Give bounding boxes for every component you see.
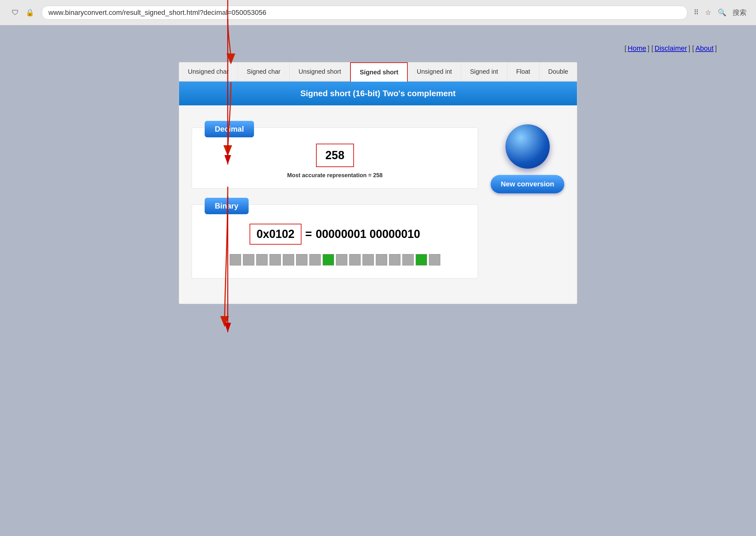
disclaimer-link[interactable]: Disclaimer: [654, 44, 687, 52]
hex-value-box: 0x0102: [249, 224, 302, 245]
tab-unsigned-char[interactable]: Unsigned char: [179, 62, 238, 81]
tab-unsigned-int[interactable]: Unsigned int: [408, 62, 461, 81]
bit-grid: [230, 254, 440, 265]
nav-sep-1: ] [: [647, 44, 653, 52]
right-content: New conversion: [491, 118, 564, 193]
left-content: Decimal 258 Most accurate representation…: [192, 118, 478, 291]
binary-value-display: 0x0102 = 00000001 00000010: [249, 224, 420, 245]
bit-cell-14: [416, 254, 427, 265]
star-icon: ☆: [705, 9, 711, 17]
decimal-value-box: 258: [316, 144, 354, 167]
tab-signed-int[interactable]: Signed int: [461, 62, 508, 81]
binary-content: 0x0102 = 00000001 00000010: [192, 205, 477, 278]
equals-sign: =: [305, 227, 312, 241]
page-wrapper: [ Home ] [ Disclaimer ] [ About ] Unsign…: [0, 25, 756, 323]
home-link[interactable]: Home: [628, 44, 646, 52]
bit-cell-6: [309, 254, 321, 265]
search-icon: 🔍: [718, 9, 726, 17]
banner-title: Signed short (16-bit) Two's complement: [300, 88, 455, 98]
accuracy-text: Most accurate representation = 258: [287, 172, 383, 179]
browser-chrome: 🛡 🔒 www.binaryconvert.com/result_signed_…: [0, 0, 756, 25]
lock-icon: 🔒: [24, 7, 35, 18]
decimal-section: Decimal 258 Most accurate representation…: [192, 127, 478, 188]
bit-cell-7: [323, 254, 334, 265]
decimal-label-btn: Decimal: [205, 121, 254, 137]
tab-float[interactable]: Float: [508, 62, 539, 81]
tab-signed-short[interactable]: Signed short: [350, 62, 408, 82]
address-bar[interactable]: www.binaryconvert.com/result_signed_shor…: [42, 6, 687, 19]
tab-double[interactable]: Double: [539, 62, 577, 81]
binary-label-btn: Binary: [205, 198, 248, 214]
nav-bracket-1: [: [624, 44, 626, 52]
search-label: 搜索: [733, 8, 746, 17]
hex-value: 0x0102: [256, 227, 294, 241]
page-title-banner: Signed short (16-bit) Two's complement: [179, 82, 577, 105]
nav-sep-2: ] [: [688, 44, 694, 52]
tab-unsigned-short[interactable]: Unsigned short: [290, 62, 350, 81]
url-text: www.binaryconvert.com/result_signed_shor…: [49, 9, 266, 17]
browser-right-icons: ⠿ ☆ 🔍 搜索: [694, 8, 746, 17]
bit-cell-10: [363, 254, 374, 265]
blue-sphere-decoration: [506, 124, 550, 169]
apps-icon: ⠿: [694, 9, 699, 17]
bit-cell-8: [336, 254, 347, 265]
bit-cell-2: [256, 254, 268, 265]
tab-navigation: Unsigned char Signed char Unsigned short…: [179, 62, 577, 82]
tab-signed-char[interactable]: Signed char: [238, 62, 290, 81]
binary-section: Binary 0x0102 = 00000001 00000010: [192, 204, 478, 279]
content-area: Decimal 258 Most accurate representation…: [179, 105, 577, 304]
bit-cell-3: [270, 254, 281, 265]
bit-cell-5: [296, 254, 308, 265]
bit-cell-0: [230, 254, 241, 265]
main-panel: Unsigned char Signed char Unsigned short…: [179, 62, 577, 304]
nav-bracket-2: ]: [715, 44, 717, 52]
new-conversion-button[interactable]: New conversion: [491, 175, 564, 193]
binary-digits: 00000001 00000010: [316, 227, 420, 241]
bit-cell-9: [349, 254, 361, 265]
bit-cell-1: [243, 254, 254, 265]
security-icon: 🛡: [10, 7, 21, 18]
about-link[interactable]: About: [695, 44, 714, 52]
bit-cell-12: [389, 254, 401, 265]
decimal-value: 258: [325, 149, 345, 162]
browser-nav-icons: 🛡 🔒: [10, 7, 35, 18]
bit-cell-13: [402, 254, 414, 265]
top-nav: [ Home ] [ Disclaimer ] [ About ]: [38, 44, 718, 52]
bit-cell-15: [429, 254, 440, 265]
bit-cell-4: [283, 254, 294, 265]
bit-cell-11: [376, 254, 387, 265]
